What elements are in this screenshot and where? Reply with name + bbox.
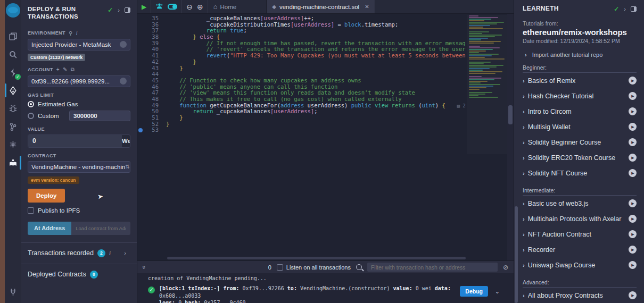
panel-collapse-icon[interactable]: › [118,7,120,13]
run-script-icon[interactable]: ▶ [142,3,146,11]
tutorial-item[interactable]: ›Recorder▶ [523,242,637,257]
tutorial-expand-icon[interactable]: › [523,262,525,268]
learneth-scrollbar[interactable] [514,0,518,303]
code-line[interactable]: 46 // 'public' means anyone can call thi… [137,84,466,90]
scrollbar-thumb[interactable] [508,105,513,124]
minimap[interactable] [467,15,507,154]
custom-gas-option[interactable]: Custom [28,111,130,121]
tutorial-item[interactable]: ›NFT Auction Contract▶ [523,226,637,242]
code-editor[interactable]: 35 _cupcakeBalances[userAddress]++;36 _c… [137,14,514,260]
plugin-manager-icon[interactable] [5,283,21,301]
add-account-icon[interactable]: + [56,66,60,72]
zoom-in-icon[interactable]: ⊕ [197,3,203,11]
account-copy-icon[interactable] [120,78,127,85]
tutorial-expand-icon[interactable]: › [523,78,525,84]
account-select[interactable]: 0xf39...92266 (9999.99929... [28,75,130,87]
code-line[interactable]: 39 // If not enough time has passed, rev… [137,40,466,47]
terminal-filter-input[interactable] [367,263,498,272]
tutorial-play-icon[interactable]: ▶ [629,291,637,299]
environment-info-icon[interactable]: i [76,30,78,36]
line-number[interactable]: 51 [137,115,166,121]
debugger-icon[interactable] [5,99,21,117]
tutorial-item[interactable]: ›Hash Checker Tutorial▶ [523,88,637,104]
code-line[interactable]: 49 function getCupcakeBalanceFor(address… [137,103,466,109]
tutorial-item[interactable]: ›Solidity ERC20 Token Course▶ [523,150,637,165]
debug-button[interactable]: Debug [460,286,488,297]
tab-vending-machine-contract[interactable]: ◆ vending-machine-contract.sol ✕ [266,0,375,13]
code-line[interactable]: 35 _cupcakeBalances[userAddress]++; [137,15,466,22]
tutorial-item[interactable]: ›Intro to Circom▶ [523,104,637,119]
editor-horizontal-scrollbar[interactable] [167,257,466,259]
editor-vertical-scrollbar[interactable] [507,14,514,260]
breakpoint-dot[interactable] [138,128,143,132]
ai-toggle-icon[interactable] [168,4,177,10]
tutorial-item[interactable]: ›Multichain Protocols with Axelar▶ [523,211,637,226]
tutorial-play-icon[interactable]: ▶ [629,92,637,100]
value-input[interactable] [28,135,122,147]
transactions-info-icon[interactable]: i [109,250,111,256]
transactions-recorded-row[interactable]: Transactions recorded 2 i › [21,243,137,264]
tutorial-expand-icon[interactable]: › [523,139,525,146]
estimated-gas-option[interactable]: Estimated Gas [28,101,130,107]
code-line[interactable]: 36 _cupcakeDistributionTimes[userAddress… [137,22,466,28]
tutorial-expand-icon[interactable]: › [523,247,525,253]
code-line[interactable]: 47 // 'view' means this function only re… [137,90,466,96]
listen-all-transactions-option[interactable]: Listen on all transactions [277,264,351,271]
line-number[interactable]: 53 [137,127,166,133]
code-line[interactable]: 42 } [137,59,466,65]
code-line[interactable]: 41 revert("HTTP 429: Too Many Cupcakes (… [137,53,466,59]
learneth-pin-icon[interactable] [631,6,637,12]
tx-expand-icon[interactable]: ⌄ [495,288,500,295]
tutorial-play-icon[interactable]: ▶ [629,169,637,177]
code-line[interactable]: 52} [137,121,466,128]
edit-account-icon[interactable]: ✎ [63,66,68,72]
tutorial-expand-icon[interactable]: › [523,200,525,207]
code-line[interactable]: 51 } [137,115,466,121]
tutorial-play-icon[interactable]: ▶ [629,261,637,269]
line-number[interactable]: 42 [137,59,166,65]
tutorial-expand-icon[interactable]: › [523,124,525,130]
search-icon[interactable] [5,45,21,63]
tutorial-item[interactable]: ›Multisig Wallet▶ [523,119,637,134]
panel-pin-icon[interactable] [125,7,130,13]
environment-copy-icon[interactable] [120,41,127,48]
code-line[interactable]: 43 } [137,65,466,72]
tutorial-item[interactable]: ›Solidity NFT Course▶ [523,165,637,181]
code-line[interactable]: 40 // 'revert' cancels the transaction a… [137,46,466,53]
code-line[interactable]: 37 return true; [137,28,466,34]
clear-console-icon[interactable]: ⊘ [503,264,508,271]
tutorial-expand-icon[interactable]: › [523,292,525,299]
publish-ipfs-option[interactable]: Publish to IPFS [28,207,130,214]
tutorial-item[interactable]: ›Basic use of web3.js▶ [523,196,637,211]
tutorial-item[interactable]: ›Uniswap Swap Course▶ [523,257,637,273]
custom-gas-radio[interactable] [28,113,34,119]
contract-select[interactable]: VendingMachine - vending-machin⇅ [28,161,130,173]
file-explorer-icon[interactable] [5,27,21,45]
line-number[interactable]: 48 [137,96,166,103]
custom-gas-input[interactable] [69,111,130,121]
git-icon[interactable] [5,117,21,136]
code-line[interactable]: 48 // This makes it free to call (no gas… [137,96,466,103]
tutorial-play-icon[interactable]: ▶ [629,199,637,207]
tutorial-expand-icon[interactable]: › [523,93,525,99]
remix-logo-icon[interactable] [6,3,20,18]
copy-account-icon[interactable]: ⧉ [71,66,75,73]
settings-icon[interactable] [5,136,21,154]
tutorial-item[interactable]: ›Basics of Remix▶ [523,73,637,88]
scrollbar-thumb[interactable] [515,206,518,303]
terminal-expand-icon[interactable]: » [141,265,147,268]
deploy-button[interactable]: Deploy [28,189,65,203]
plug-icon[interactable]: ⚲ [69,30,73,36]
tutorial-expand-icon[interactable]: › [523,155,525,161]
tutorial-play-icon[interactable]: ▶ [629,107,637,115]
close-tab-icon[interactable]: ✕ [365,4,369,10]
deploy-run-icon[interactable] [5,81,21,99]
environment-select[interactable]: Injected Provider - MetaMask [28,39,130,50]
zoom-out-icon[interactable]: ⊖ [186,3,193,11]
tutorial-play-icon[interactable]: ▶ [629,154,637,162]
tutorial-play-icon[interactable]: ▶ [629,138,637,146]
line-number[interactable]: 45 [137,78,166,84]
solidity-compiler-icon[interactable]: ✓ [5,63,21,81]
tutorial-expand-icon[interactable]: › [523,231,525,238]
tutorial-expand-icon[interactable]: › [523,216,525,222]
